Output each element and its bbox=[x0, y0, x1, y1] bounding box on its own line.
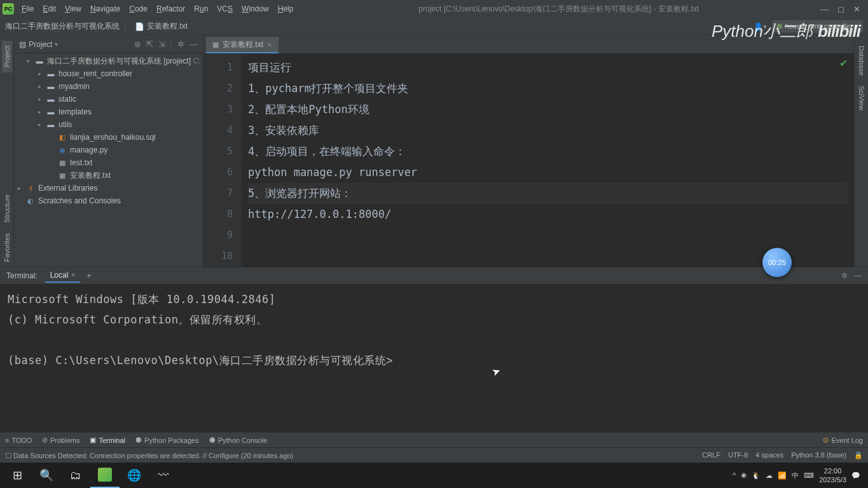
code-content[interactable]: 项目运行1、pycharm打开整个项目文件夹2、配置本地Python环境3、安装… bbox=[242, 53, 854, 267]
tree-file-txt[interactable]: ▦test.txt bbox=[14, 156, 203, 169]
tree-folder[interactable]: ▸▬utils bbox=[14, 118, 203, 131]
tray-wifi-icon[interactable]: 📶 bbox=[778, 471, 787, 480]
menu-run[interactable]: Run bbox=[190, 3, 212, 15]
tree-file-txt[interactable]: ▦安装教程.txt bbox=[14, 169, 203, 182]
start-button[interactable]: ⊞ bbox=[3, 463, 32, 488]
event-log-tool[interactable]: ⊙ Event Log bbox=[823, 436, 863, 444]
tree-scratches[interactable]: ◐Scratches and Consoles bbox=[14, 194, 203, 207]
project-panel-title: Project bbox=[29, 40, 52, 49]
favorites-tool-tab[interactable]: Favorites bbox=[2, 228, 12, 267]
tree-folder[interactable]: ▸▬house_rent_controller bbox=[14, 67, 203, 80]
locate-icon[interactable]: ⊕ bbox=[134, 39, 141, 49]
terminal-label: Terminal: bbox=[6, 271, 38, 280]
tree-folder[interactable]: ▸▬static bbox=[14, 93, 203, 105]
editor-tabs: ▦ 安装教程.txt × bbox=[203, 36, 854, 53]
packages-tool[interactable]: ⬢ Python Packages bbox=[135, 436, 199, 444]
folder-icon: ▤ bbox=[19, 40, 26, 49]
add-user-icon[interactable]: 👤▾ bbox=[754, 22, 767, 31]
tray-qq-icon[interactable]: 🐧 bbox=[752, 471, 761, 480]
menu-help[interactable]: Help bbox=[274, 3, 298, 15]
menu-window[interactable]: Window bbox=[238, 3, 273, 15]
left-tool-strip: Project Structure Favorites bbox=[0, 36, 14, 267]
terminal-header: Terminal: Local× + ✲ — bbox=[0, 268, 868, 284]
menu-edit[interactable]: Edit bbox=[39, 3, 60, 15]
status-encoding[interactable]: UTF-8 bbox=[728, 451, 748, 459]
collapse-icon[interactable]: ⇲ bbox=[158, 39, 165, 49]
settings-icon[interactable]: ✲ bbox=[177, 39, 184, 49]
breadcrumb: 海口二手房数据分析与可视化系统 〉 📄 安装教程.txt bbox=[5, 21, 188, 32]
minimize-button[interactable]: — bbox=[820, 4, 829, 14]
breadcrumb-root[interactable]: 海口二手房数据分析与可视化系统 bbox=[5, 21, 120, 32]
project-panel: ▤ Project ▾ ⊕ ⇱ ⇲ | ✲ — ▾▬ 海口二手房数据分析与可视化… bbox=[14, 36, 203, 267]
terminal-tool[interactable]: ▣ Terminal bbox=[90, 436, 125, 444]
project-panel-header: ▤ Project ▾ ⊕ ⇱ ⇲ | ✲ — bbox=[14, 36, 203, 53]
explorer-button[interactable]: 🗂 bbox=[61, 463, 90, 488]
tree-external-libs[interactable]: ▸⫵External Libraries bbox=[14, 182, 203, 194]
tray-up-icon[interactable]: ^ bbox=[733, 471, 736, 479]
menu-vcs[interactable]: VCS bbox=[213, 3, 237, 15]
tree-file-py[interactable]: ◉manage.py bbox=[14, 144, 203, 156]
windows-taskbar: ⊞ 🔍 🗂 🌐 〰 ^ ❀ 🐧 ☁ 📶 中 ⌨ 22:002023/5/3 💬 bbox=[0, 463, 868, 488]
project-tree[interactable]: ▾▬ 海口二手房数据分析与可视化系统 [project] C: ▸▬house_… bbox=[14, 53, 203, 267]
terminal-settings-icon[interactable]: ✲ bbox=[841, 271, 848, 280]
expand-icon[interactable]: ⇱ bbox=[146, 39, 153, 49]
editor-tab[interactable]: ▦ 安装教程.txt × bbox=[206, 37, 279, 53]
menu-view[interactable]: View bbox=[61, 3, 85, 15]
database-tool-tab[interactable]: Database bbox=[857, 41, 867, 81]
structure-tool-tab[interactable]: Structure bbox=[2, 189, 12, 228]
menu-navigate[interactable]: Navigate bbox=[86, 3, 124, 15]
terminal-tab[interactable]: Local× bbox=[45, 269, 81, 283]
menu-code[interactable]: Code bbox=[125, 3, 151, 15]
notifications-icon[interactable]: 💬 bbox=[851, 471, 860, 480]
project-tool-tab[interactable]: Project bbox=[2, 41, 12, 72]
main-menu: File Edit View Navigate Code Refactor Ru… bbox=[18, 3, 297, 15]
tray-cloud-icon[interactable]: ☁ bbox=[766, 471, 773, 480]
tray-ime[interactable]: 中 bbox=[792, 471, 799, 480]
terminal-panel: Terminal: Local× + ✲ — Microsoft Windows… bbox=[0, 267, 868, 432]
window-title: project [C:\Users\Lenovo\Desktop\海口二手房数据… bbox=[297, 4, 820, 15]
status-bar: ▢ Data Sources Detected: Connection prop… bbox=[0, 447, 868, 463]
window-controls: — ◻ ✕ bbox=[820, 4, 865, 14]
status-lock-icon[interactable]: 🔒 bbox=[854, 451, 863, 459]
app-button[interactable]: 〰 bbox=[149, 463, 178, 488]
status-icon: ▢ bbox=[5, 451, 11, 459]
main-area: Project Structure Favorites ▤ Project ▾ … bbox=[0, 36, 868, 267]
status-crlf[interactable]: CRLF bbox=[702, 451, 720, 459]
close-button[interactable]: ✕ bbox=[853, 4, 860, 14]
status-indent[interactable]: 4 spaces bbox=[755, 451, 783, 459]
taskbar-clock[interactable]: 22:002023/5/3 bbox=[819, 466, 846, 484]
tray-icon[interactable]: ❀ bbox=[741, 471, 747, 480]
tree-folder[interactable]: ▸▬templates bbox=[14, 105, 203, 118]
tree-folder[interactable]: ▸▬myadmin bbox=[14, 80, 203, 93]
search-button[interactable]: 🔍 bbox=[32, 463, 61, 488]
terminal-body[interactable]: Microsoft Windows [版本 10.0.19044.2846] (… bbox=[0, 284, 868, 432]
right-tool-strip: Database SciView bbox=[854, 36, 868, 267]
inspection-ok-icon: ✔ bbox=[839, 57, 848, 69]
close-tab-icon[interactable]: × bbox=[267, 40, 272, 50]
terminal-hide-icon[interactable]: — bbox=[854, 271, 862, 280]
editor-area: ▦ 安装教程.txt × 12345678910 项目运行1、pycharm打开… bbox=[203, 36, 854, 267]
problems-tool[interactable]: ⊘ Problems bbox=[42, 436, 79, 444]
breadcrumb-file[interactable]: 安装教程.txt bbox=[147, 21, 188, 32]
pycharm-taskbar-button[interactable] bbox=[90, 463, 120, 488]
run-config-selector[interactable]: ⬢ house_rent_controller ▾ bbox=[772, 20, 863, 32]
edge-button[interactable]: 🌐 bbox=[120, 463, 149, 488]
todo-tool[interactable]: ≡ TODO bbox=[5, 437, 32, 444]
title-bar: PC File Edit View Navigate Code Refactor… bbox=[0, 0, 868, 18]
status-python[interactable]: Python 3.8 (base) bbox=[791, 451, 846, 459]
bottom-tool-bar: ≡ TODO ⊘ Problems ▣ Terminal ⬢ Python Pa… bbox=[0, 432, 868, 447]
sciview-tool-tab[interactable]: SciView bbox=[857, 81, 867, 116]
menu-refactor[interactable]: Refactor bbox=[153, 3, 189, 15]
console-tool[interactable]: ⬣ Python Console bbox=[209, 436, 268, 444]
tree-file-sql[interactable]: ◧lianjia_ershou_haikou.sql bbox=[14, 131, 203, 144]
close-terminal-tab-icon[interactable]: × bbox=[71, 271, 75, 280]
navigation-bar: 海口二手房数据分析与可视化系统 〉 📄 安装教程.txt 👤▾ ⬢ house_… bbox=[0, 18, 868, 36]
add-terminal-icon[interactable]: + bbox=[86, 271, 91, 280]
tray-keyboard-icon[interactable]: ⌨ bbox=[804, 471, 814, 480]
maximize-button[interactable]: ◻ bbox=[837, 4, 844, 14]
status-message[interactable]: Data Sources Detected: Connection proper… bbox=[13, 452, 293, 459]
menu-file[interactable]: File bbox=[18, 3, 38, 15]
hide-icon[interactable]: — bbox=[189, 39, 198, 49]
tree-root[interactable]: ▾▬ 海口二手房数据分析与可视化系统 [project] C: bbox=[14, 55, 203, 67]
editor-body[interactable]: 12345678910 项目运行1、pycharm打开整个项目文件夹2、配置本地… bbox=[203, 53, 854, 267]
